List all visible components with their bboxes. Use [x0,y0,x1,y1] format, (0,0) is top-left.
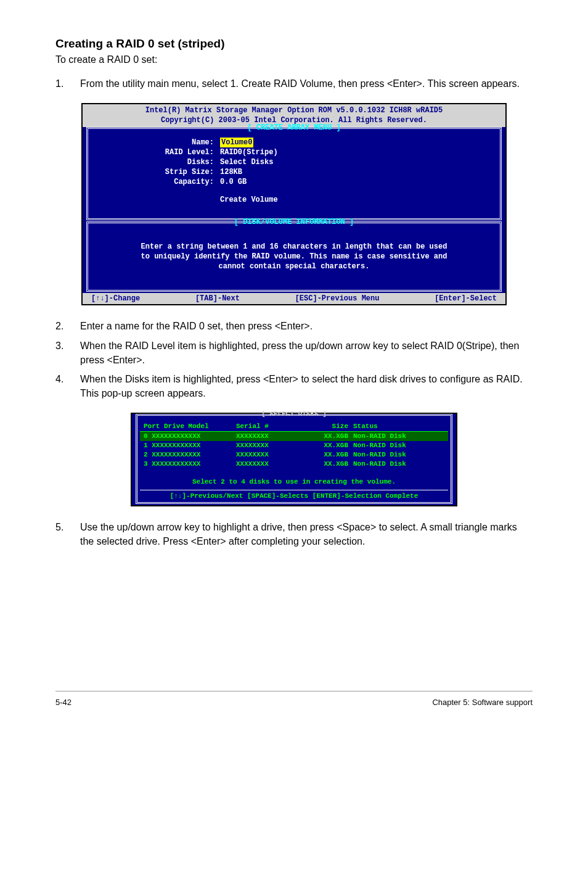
step-5: 5. Use the up/down arrow key to highligh… [55,520,533,548]
disk-volume-info-title: [ DISK/VOLUME INFORMATION ] [88,217,500,227]
step-text: Use the up/down arrow key to highlight a… [80,520,533,548]
cell-serial: XXXXXXXX [236,450,310,460]
col-port-model: Port Drive Model [144,422,236,431]
steps-list-1: 1. From the utility main menu, select 1.… [55,76,533,91]
bios-create-array-screen: Intel(R) Matrix Storage Manager Option R… [81,103,507,305]
capacity-value[interactable]: 0.0 GB [220,177,247,187]
select-disks-box: [ SELECT DISKS ] Port Drive Model Serial… [136,414,452,504]
step-text: Enter a name for the RAID 0 set, then pr… [80,319,533,333]
select-disks-footer: [↑↓]-Previous/Next [SPACE]-Selects [ENTE… [140,490,448,501]
cell-status: Non-RAID Disk [353,460,444,469]
bios-footer-bar: [↑↓]-Change [TAB]-Next [ESC]-Previous Me… [83,293,505,304]
step-text: From the utility main menu, select 1. Cr… [80,76,533,91]
footer-previous: [ESC]-Previous Menu [295,294,380,303]
cell-status: Non-RAID Disk [353,432,444,441]
step-number: 1. [55,76,80,91]
chapter-title: Chapter 5: Software support [432,698,533,707]
cell-size: XX.XGB [310,450,353,460]
create-volume-action[interactable]: Create Volume [220,195,278,205]
footer-change: [↑↓]-Change [91,294,140,303]
disk-table-header: Port Drive Model Serial # Size Status [140,422,448,432]
field-raid-level-row: RAID Level: RAID0(Stripe) [97,147,491,157]
step-text: When the Disks item is highlighted, pres… [80,372,533,400]
cell-port-model: 2 XXXXXXXXXXXX [144,450,236,460]
name-input[interactable]: Volume0 [220,138,253,147]
disks-value[interactable]: Select Disks [220,157,273,167]
cell-size: XX.XGB [310,460,353,469]
field-capacity-row: Capacity: 0.0 GB [97,177,491,187]
intro-text: To create a RAID 0 set: [55,54,533,65]
bios-header-line1: Intel(R) Matrix Storage Manager Option R… [83,105,505,115]
step-2: 2. Enter a name for the RAID 0 set, then… [55,319,533,333]
step-number: 3. [55,339,80,367]
raid-level-value[interactable]: RAID0(Stripe) [220,147,278,157]
strip-size-value[interactable]: 128KB [220,167,242,177]
col-size: Size [310,422,353,431]
footer-select: [Enter]-Select [435,294,497,303]
disk-row-2[interactable]: 2 XXXXXXXXXXXX XXXXXXXX XX.XGB Non-RAID … [140,450,448,460]
create-volume-row: Create Volume [97,195,491,205]
field-strip-row: Strip Size: 128KB [97,167,491,177]
step-4: 4. When the Disks item is highlighted, p… [55,372,533,400]
page-number: 5-42 [55,698,71,707]
info-line3: cannot contain special characters. [97,262,491,271]
info-line1: Enter a string between 1 and 16 characte… [97,242,491,252]
field-name-row: Name: Volume0 [97,138,491,147]
page-footer: 5-42 Chapter 5: Software support [55,691,533,707]
cell-serial: XXXXXXXX [236,432,310,441]
disk-row-1[interactable]: 1 XXXXXXXXXXXX XXXXXXXX XX.XGB Non-RAID … [140,441,448,450]
disks-label: Disks: [97,157,220,167]
disk-volume-info-box: [ DISK/VOLUME INFORMATION ] Enter a stri… [86,221,502,292]
cell-status: Non-RAID Disk [353,450,444,460]
step-3: 3. When the RAID Level item is highlight… [55,339,533,367]
select-disks-msg: Select 2 to 4 disks to use in creating t… [140,477,448,487]
steps-list-3: 5. Use the up/down arrow key to highligh… [55,520,533,548]
step-number: 4. [55,372,80,400]
cell-status: Non-RAID Disk [353,441,444,450]
info-line2: to uniquely identify the RAID volume. Th… [97,252,491,262]
cell-port-model: 3 XXXXXXXXXXXX [144,460,236,469]
step-text: When the RAID Level item is highlighted,… [80,339,533,367]
bios-select-disks-screen: [ SELECT DISKS ] Port Drive Model Serial… [131,413,457,506]
spacer [97,195,220,205]
step-number: 5. [55,520,80,548]
disk-row-0[interactable]: 0 XXXXXXXXXXXX XXXXXXXX XX.XGB Non-RAID … [140,432,448,441]
footer-next: [TAB]-Next [195,294,240,303]
step-1: 1. From the utility main menu, select 1.… [55,76,533,91]
step-number: 2. [55,319,80,333]
steps-list-2: 2. Enter a name for the RAID 0 set, then… [55,319,533,400]
create-array-menu-box: [ CREATE ARRAY MENU ] Name: Volume0 RAID… [86,127,502,220]
select-disks-title: [ SELECT DISKS ] [137,410,451,419]
field-disks-row: Disks: Select Disks [97,157,491,167]
cell-port-model: 1 XXXXXXXXXXXX [144,441,236,450]
cell-serial: XXXXXXXX [236,460,310,469]
cell-size: XX.XGB [310,432,353,441]
raid-level-label: RAID Level: [97,147,220,157]
cell-size: XX.XGB [310,441,353,450]
cell-port-model: 0 XXXXXXXXXXXX [144,432,236,441]
create-array-menu-title: [ CREATE ARRAY MENU ] [88,123,500,133]
strip-size-label: Strip Size: [97,167,220,177]
name-label: Name: [97,138,220,147]
col-status: Status [353,422,444,431]
capacity-label: Capacity: [97,177,220,187]
section-heading: Creating a RAID 0 set (striped) [55,37,533,51]
cell-serial: XXXXXXXX [236,441,310,450]
disk-row-3[interactable]: 3 XXXXXXXXXXXX XXXXXXXX XX.XGB Non-RAID … [140,460,448,469]
col-serial: Serial # [236,422,310,431]
